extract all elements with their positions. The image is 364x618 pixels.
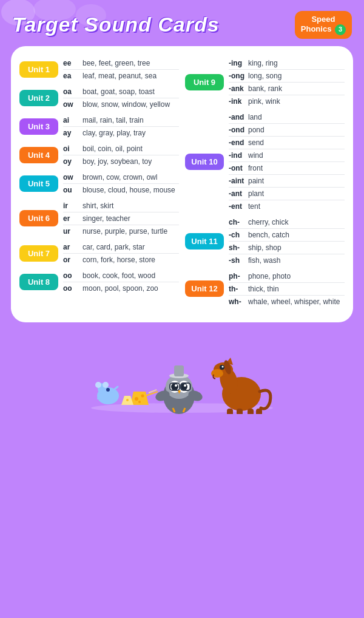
unit-group-unit6: Unit 6irshirt, skirtersinger, teacherurn… — [19, 200, 179, 237]
sound-row: -endsend — [229, 137, 345, 149]
sound-row: -enttent — [229, 200, 345, 212]
sound-words: shirt, skirt — [83, 202, 179, 210]
sound-words: leaf, meat, peanut, sea — [83, 72, 179, 80]
sound-words: plant — [248, 189, 345, 198]
logo-text: Speed Phonics 3 — [301, 15, 346, 35]
svg-rect-45 — [248, 409, 254, 414]
sound-words: phone, photo — [248, 272, 345, 280]
unit-label-unit7: Unit 7 — [19, 245, 58, 262]
sound-row: ayclay, gray, play, tray — [63, 127, 179, 139]
unit-label-unit4: Unit 4 — [19, 147, 58, 163]
sound-words: moon, pool, spoon, zoo — [83, 284, 179, 293]
right-column: Unit 9-ingking, ring-onglong, song-ankba… — [185, 57, 345, 311]
svg-point-40 — [222, 365, 224, 367]
left-column: Unit 1eebee, feet, green, treeealeaf, me… — [19, 57, 179, 311]
sound-words: nurse, purple, purse, turtle — [83, 227, 179, 236]
sound-row: oaboat, goat, soap, toast — [63, 86, 179, 98]
sound-words: boil, coin, oil, point — [83, 144, 179, 153]
sound-key: ar — [63, 243, 83, 251]
sound-key: -ink — [229, 97, 248, 106]
svg-point-7 — [103, 382, 109, 388]
unit-group-unit3: Unit 3aimail, rain, tail, trainayclay, g… — [19, 114, 179, 139]
page-title: Target Sound Cards — [12, 13, 220, 36]
sound-row: owblow, snow, window, yellow — [63, 98, 179, 110]
sound-row: irshirt, skirt — [63, 200, 179, 212]
unit-label-unit11: Unit 11 — [185, 233, 224, 250]
svg-point-16 — [126, 399, 129, 401]
sound-words: bench, catch — [248, 231, 345, 239]
unit-label-unit9: Unit 9 — [185, 74, 224, 90]
svg-point-12 — [135, 397, 138, 401]
unit-label-unit2: Unit 2 — [19, 90, 58, 106]
sound-key: -ing — [229, 59, 248, 67]
sound-row: -chbench, catch — [229, 229, 345, 242]
sound-key: ay — [63, 129, 83, 137]
sound-words: long, song — [248, 72, 345, 80]
sound-key: oy — [63, 157, 83, 166]
sound-row: th-thick, thin — [229, 283, 345, 296]
sound-words: ship, shop — [248, 243, 345, 252]
sound-row: ch-cherry, chick — [229, 216, 345, 229]
sound-key: th- — [229, 285, 248, 293]
sound-key: -and — [229, 113, 248, 121]
sound-key: oi — [63, 144, 83, 153]
sound-words: tent — [248, 202, 345, 211]
sound-words: king, ring — [248, 59, 345, 67]
svg-point-23 — [175, 384, 177, 387]
sound-words: land — [248, 113, 345, 121]
sound-row: -andland — [229, 111, 345, 124]
unit-label-unit12: Unit 12 — [185, 280, 224, 297]
svg-rect-30 — [174, 365, 184, 376]
sound-key: ow — [63, 173, 83, 182]
page-wrapper: Target Sound Cards Speed Phonics 3 Unit … — [0, 0, 364, 618]
sound-key: or — [63, 256, 83, 264]
sound-key: ir — [63, 202, 83, 210]
sound-key: ou — [63, 186, 83, 194]
sound-row: -ankbank, rank — [229, 83, 345, 95]
sound-key: -ind — [229, 151, 248, 160]
svg-point-13 — [141, 394, 144, 397]
sound-words: boat, goat, soap, toast — [83, 87, 179, 96]
sound-words: book, cook, foot, wood — [83, 271, 179, 280]
sound-key: sh- — [229, 243, 248, 252]
sound-row: -ondpond — [229, 124, 345, 137]
sound-key: ow — [63, 100, 83, 109]
sound-key: -sh — [229, 256, 248, 265]
sound-words: car, card, park, star — [83, 243, 179, 251]
unit-group-unit8: Unit 8oobook, cook, foot, woodoomoon, po… — [19, 270, 179, 294]
unit-label-unit10: Unit 10 — [185, 154, 224, 170]
unit-label-unit3: Unit 3 — [19, 118, 58, 135]
sound-key: -ant — [229, 189, 248, 198]
sound-key: -ont — [229, 164, 248, 172]
footer-scene — [0, 322, 364, 425]
unit-group-unit2: Unit 2oaboat, goat, soap, toastowblow, s… — [19, 86, 179, 110]
watermark: saotienganhhanoi.com — [343, 88, 350, 161]
sound-row: ersinger, teacher — [63, 212, 179, 225]
sound-row: urnurse, purple, purse, turtle — [63, 225, 179, 237]
sound-row: -ingking, ring — [229, 57, 345, 70]
sound-words: bee, feet, green, tree — [83, 59, 179, 67]
sound-key: ee — [63, 59, 83, 67]
sound-key: ai — [63, 116, 83, 124]
unit-group-unit4: Unit 4oiboil, coin, oil, pointoyboy, joy… — [19, 143, 179, 168]
sound-words: send — [248, 138, 345, 147]
unit-group-unit7: Unit 7arcar, card, park, starorcorn, for… — [19, 241, 179, 266]
sound-words: thick, thin — [248, 285, 345, 293]
unit-group-unit10: Unit 10-andland-ondpond-endsend-indwind-… — [185, 111, 345, 212]
sound-key: wh- — [229, 297, 248, 306]
unit-group-unit12: Unit 12ph-phone, phototh-thick, thinwh-w… — [185, 270, 345, 308]
sound-words: bank, rank — [248, 84, 345, 93]
sound-row: oyboy, joy, soybean, toy — [63, 155, 179, 168]
sound-words: boy, joy, soybean, toy — [83, 157, 179, 166]
sound-words: paint — [248, 177, 345, 185]
sound-key: -aint — [229, 177, 248, 185]
svg-point-14 — [138, 401, 141, 403]
sound-row: sh-ship, shop — [229, 242, 345, 254]
sound-words: corn, fork, horse, store — [83, 256, 179, 264]
sound-row: oobook, cook, foot, wood — [63, 270, 179, 282]
sound-words: pond — [248, 126, 345, 134]
sound-key: ch- — [229, 218, 248, 226]
sound-row: eebee, feet, green, tree — [63, 57, 179, 70]
sound-key: ea — [63, 72, 83, 80]
sound-row: orcorn, fork, horse, store — [63, 254, 179, 266]
